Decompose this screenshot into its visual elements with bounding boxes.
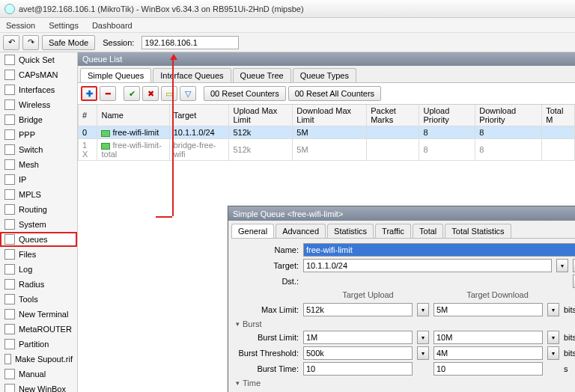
menu-dashboard[interactable]: Dashboard bbox=[92, 21, 133, 30]
reset-counters-button[interactable]: 00 Reset Counters bbox=[204, 86, 286, 101]
sidebar-item-ip[interactable]: IP bbox=[0, 172, 77, 187]
sidebar-item-metarouter[interactable]: MetaROUTER bbox=[0, 322, 77, 337]
col-header[interactable]: Name bbox=[97, 105, 169, 126]
col-header[interactable]: Upload Priority bbox=[419, 105, 475, 126]
sidebar-item-tools[interactable]: Tools bbox=[0, 292, 77, 307]
table-row[interactable]: 0free-wifi-limit10.1.1.0/24512k5M88 bbox=[79, 126, 575, 139]
tab-queue-types[interactable]: Queue Types bbox=[293, 68, 356, 82]
col-header[interactable]: Target bbox=[169, 105, 229, 126]
sidebar-item-queues[interactable]: Queues bbox=[0, 232, 77, 247]
sidebar-item-label: Radius bbox=[19, 280, 44, 289]
sidebar-item-label: New Terminal bbox=[19, 310, 68, 319]
enable-button[interactable]: ✔ bbox=[124, 86, 140, 101]
menu-settings[interactable]: Settings bbox=[49, 21, 79, 30]
sidebar-item-manual[interactable]: Manual bbox=[0, 367, 77, 382]
safemode-button[interactable]: Safe Mode bbox=[42, 35, 95, 50]
cell bbox=[542, 126, 575, 139]
sidebar-item-mpls[interactable]: MPLS bbox=[0, 187, 77, 202]
name-input[interactable] bbox=[303, 243, 575, 257]
sidebar-item-new-winbox[interactable]: New WinBox bbox=[0, 382, 77, 392]
comment-button[interactable]: ▭ bbox=[161, 86, 177, 101]
panel-header: Queue List bbox=[78, 52, 575, 66]
bursttime-label: Burst Time: bbox=[231, 364, 299, 373]
tab-simple-queues[interactable]: Simple Queues bbox=[80, 68, 151, 82]
burstlimit-dl-input[interactable] bbox=[433, 331, 543, 344]
burst-section[interactable]: Burst bbox=[236, 319, 575, 328]
dialog-tab-general[interactable]: General bbox=[231, 224, 274, 238]
sidebar-item-make-supout.rif[interactable]: Make Supout.rif bbox=[0, 352, 77, 367]
sidebar-item-quick-set[interactable]: Quick Set bbox=[0, 52, 77, 67]
meta-icon bbox=[4, 324, 15, 334]
table-row[interactable]: 1 Xfree-wifi-limit-totalbridge-free-wifi… bbox=[79, 139, 575, 161]
dialog-titlebar[interactable]: Simple Queue <free-wifi-limit> ─ □ ✕ bbox=[228, 206, 575, 221]
routing-icon bbox=[4, 204, 15, 215]
disable-button[interactable]: ✖ bbox=[142, 86, 159, 101]
burstthresh-dl-input[interactable] bbox=[433, 346, 543, 360]
sidebar-item-system[interactable]: System bbox=[0, 217, 77, 232]
tab-queue-tree[interactable]: Queue Tree bbox=[233, 68, 291, 82]
chevron-down-icon[interactable]: ▾ bbox=[547, 331, 559, 344]
col-header[interactable]: Download Priority bbox=[475, 105, 542, 126]
session-input[interactable] bbox=[142, 36, 239, 49]
sidebar-item-log[interactable]: Log bbox=[0, 262, 77, 277]
sidebar-item-label: Interfaces bbox=[19, 85, 55, 94]
sidebar-item-label: New WinBox bbox=[19, 385, 66, 392]
sidebar-item-bridge[interactable]: Bridge bbox=[0, 112, 77, 127]
sidebar-item-wireless[interactable]: Wireless bbox=[0, 97, 77, 112]
sidebar-item-new-terminal[interactable]: New Terminal bbox=[0, 307, 77, 322]
sidebar-item-switch[interactable]: Switch bbox=[0, 142, 77, 157]
dialog-tab-total-statistics[interactable]: Total Statistics bbox=[445, 224, 511, 238]
cell: 8 bbox=[475, 139, 542, 161]
target-input[interactable] bbox=[303, 259, 552, 272]
sidebar: Quick SetCAPsMANInterfacesWirelessBridge… bbox=[0, 52, 78, 392]
sidebar-item-files[interactable]: Files bbox=[0, 247, 77, 262]
bursttime-ul-input[interactable] bbox=[303, 362, 413, 376]
col-header[interactable]: # bbox=[79, 105, 97, 126]
menu-session[interactable]: Session bbox=[6, 21, 35, 30]
col-header[interactable]: Total M bbox=[542, 105, 575, 126]
sidebar-item-partition[interactable]: Partition bbox=[0, 337, 77, 352]
cell bbox=[367, 139, 419, 161]
maxlimit-ul-input[interactable] bbox=[303, 303, 413, 316]
sidebar-item-routing[interactable]: Routing bbox=[0, 202, 77, 217]
burstlimit-ul-input[interactable] bbox=[303, 331, 413, 344]
sidebar-item-interfaces[interactable]: Interfaces bbox=[0, 82, 77, 97]
content-area: Queue List Simple QueuesInterface Queues… bbox=[78, 52, 575, 392]
sidebar-item-capsman[interactable]: CAPsMAN bbox=[0, 67, 77, 82]
dialog-tab-statistics[interactable]: Statistics bbox=[327, 224, 374, 238]
sidebar-item-radius[interactable]: Radius bbox=[0, 277, 77, 292]
chevron-down-icon[interactable]: ▾ bbox=[417, 346, 429, 360]
col-header[interactable]: Download Max Limit bbox=[293, 105, 367, 126]
sidebar-item-mesh[interactable]: Mesh bbox=[0, 157, 77, 172]
add-button[interactable]: ✚ bbox=[81, 86, 97, 101]
undo-button[interactable]: ↶ bbox=[3, 35, 19, 50]
chevron-down-icon[interactable]: ▾ bbox=[417, 303, 429, 316]
target-label: Target: bbox=[231, 261, 299, 270]
sidebar-item-label: Make Supout.rif bbox=[15, 355, 73, 364]
chevron-down-icon[interactable]: ▾ bbox=[547, 346, 559, 360]
bursttime-dl-input[interactable] bbox=[433, 362, 543, 376]
log-icon bbox=[4, 264, 15, 275]
dialog-tab-traffic[interactable]: Traffic bbox=[375, 224, 411, 238]
reset-all-counters-button[interactable]: 00 Reset All Counters bbox=[288, 86, 381, 101]
mpls-icon bbox=[4, 189, 15, 200]
filter-button[interactable]: ▽ bbox=[180, 86, 196, 101]
main-toolbar: ↶ ↷ Safe Mode Session: bbox=[0, 33, 575, 52]
col-header[interactable]: Upload Max Limit bbox=[229, 105, 293, 126]
remove-button[interactable]: ━ bbox=[100, 86, 116, 101]
dialog-tab-advanced[interactable]: Advanced bbox=[276, 224, 326, 238]
titlebar: avet@192.168.106.1 (MikroTik) - WinBox v… bbox=[0, 0, 575, 18]
chevron-down-icon[interactable]: ▾ bbox=[417, 331, 429, 344]
tab-interface-queues[interactable]: Interface Queues bbox=[153, 68, 231, 82]
dialog-tabs: GeneralAdvancedStatisticsTrafficTotalTot… bbox=[231, 224, 575, 239]
sidebar-item-ppp[interactable]: PPP bbox=[0, 127, 77, 142]
col-header[interactable]: Packet Marks bbox=[367, 105, 419, 126]
time-section[interactable]: Time bbox=[236, 379, 575, 388]
dialog-tab-total[interactable]: Total bbox=[413, 224, 443, 238]
cell: 8 bbox=[419, 139, 475, 161]
maxlimit-dl-input[interactable] bbox=[433, 303, 543, 316]
chevron-down-icon[interactable]: ▾ bbox=[547, 303, 559, 316]
target-dropdown-icon[interactable]: ▾ bbox=[556, 259, 568, 272]
burstthresh-ul-input[interactable] bbox=[303, 346, 413, 360]
redo-button[interactable]: ↷ bbox=[22, 35, 39, 50]
